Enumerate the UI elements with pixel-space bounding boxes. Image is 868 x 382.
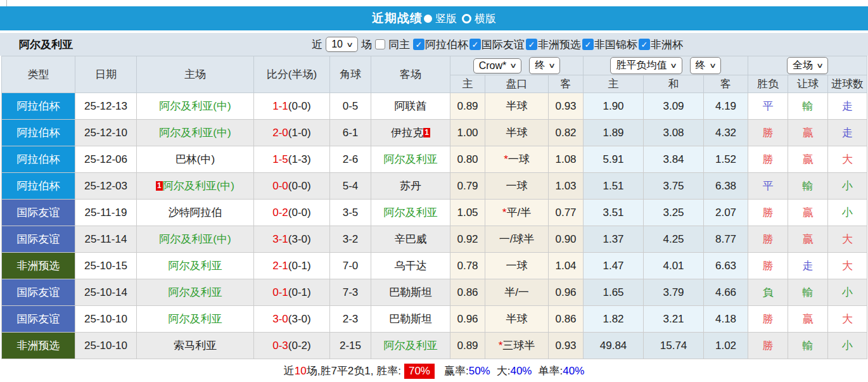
odds-home-cell: 1.05 xyxy=(450,200,485,226)
col-header-odds-home: 主 xyxy=(450,75,485,93)
avg-lose-cell: 1.52 xyxy=(704,146,748,173)
avg-type-select[interactable]: 胜平负均值∨ xyxy=(610,57,682,74)
layout-toggle-vertical[interactable]: 竖版 xyxy=(428,11,457,26)
away-team-cell[interactable]: 阿尔及利亚 xyxy=(371,333,450,359)
home-team-cell[interactable]: 索马利亚 xyxy=(137,333,254,359)
matches-label: 场 xyxy=(361,37,372,52)
corner-cell: 5-4 xyxy=(330,173,371,200)
home-team-cell[interactable]: 阿尔及利亚 xyxy=(137,253,254,279)
handicap-cell: *三球半 xyxy=(485,333,549,359)
layout-toggle-horizontal[interactable]: 横版 xyxy=(462,11,496,26)
table-row: 非洲预选25-10-10索马利亚0-3(0-2)2-15阿尔及利亚0.89*三球… xyxy=(2,333,867,359)
rank-badge: 1 xyxy=(423,128,430,137)
corner-cell: 3-5 xyxy=(330,200,371,226)
odds-company-select[interactable]: Crow*∨ xyxy=(473,58,522,73)
avg-time-select[interactable]: 终∨ xyxy=(690,57,721,74)
match-type-cell: 国际友谊 xyxy=(2,226,75,253)
away-team-cell[interactable]: 伊拉克1 xyxy=(371,120,450,146)
summary-record: 场,胜7平2负1, 胜率: xyxy=(307,364,401,378)
odds-away-cell: 0.77 xyxy=(549,200,584,226)
home-team-cell[interactable]: 1阿尔及利亚(中) xyxy=(137,173,254,200)
col-header-away: 客场 xyxy=(371,56,450,93)
handicap-cell: 一球 xyxy=(485,253,549,279)
scope-select[interactable]: 全场∨ xyxy=(787,57,828,74)
checkbox-checked-icon[interactable]: ✓ xyxy=(582,39,594,50)
avg-win-cell: 5.91 xyxy=(584,146,644,173)
result-handicap-cell: 贏 xyxy=(788,146,828,173)
match-type-cell: 国际友谊 xyxy=(2,200,75,226)
win-rate-badge: 70% xyxy=(404,364,435,379)
table-row: 国际友谊25-10-10阿尔及利亚3-0(3-0)2-3巴勒斯坦0.96半球0.… xyxy=(2,306,867,333)
table-row: 阿拉伯杯25-12-06巴林(中)1-5(1-3)2-6阿尔及利亚0.80*一球… xyxy=(2,146,867,173)
league-filter-label: 非国锦标 xyxy=(594,37,637,52)
home-team-cell[interactable]: 阿尔及利亚(中) xyxy=(137,93,254,120)
odds-home-cell: 0.86 xyxy=(450,279,485,306)
odds-home-cell: 1.00 xyxy=(450,120,485,146)
col-header-avg-win: 主 xyxy=(584,75,644,93)
table-row: 国际友谊25-11-19沙特阿拉伯0-2(0-0)3-5阿尔及利亚1.05*平/… xyxy=(2,200,867,226)
col-header-avg-lose: 客 xyxy=(704,75,748,93)
away-team-cell[interactable]: 苏丹 xyxy=(371,173,450,200)
match-date-cell: 25-10-10 xyxy=(75,333,137,359)
home-team-cell[interactable]: 巴林(中) xyxy=(137,146,254,173)
corner-cell: 6-1 xyxy=(330,120,371,146)
league-filters: ✓阿拉伯杯✓国际友谊✓非洲预选✓非国锦标✓非洲杯 xyxy=(413,37,683,52)
result-goals-cell: 大 xyxy=(828,226,867,253)
handicap-cell: 一球 xyxy=(485,173,549,200)
avg-lose-cell: 4.66 xyxy=(704,279,748,306)
result-handicap-cell: 贏 xyxy=(788,306,828,333)
league-filter[interactable]: ✓国际友谊 xyxy=(469,37,525,52)
avg-draw-cell: 3.25 xyxy=(644,200,704,226)
table-row: 阿拉伯杯25-12-031阿尔及利亚(中)0-0(0-0)5-4苏丹0.79一球… xyxy=(2,173,867,200)
handicap-cell: *平/半 xyxy=(485,200,549,226)
chevron-down-icon: ∨ xyxy=(816,61,824,70)
league-filter[interactable]: ✓非洲预选 xyxy=(526,37,581,52)
odds-away-cell: 1.03 xyxy=(549,173,584,200)
avg-draw-cell: 3.09 xyxy=(644,93,704,120)
away-team-cell[interactable]: 阿尔及利亚 xyxy=(371,146,450,173)
checkbox-checked-icon[interactable]: ✓ xyxy=(639,39,650,50)
league-filter[interactable]: ✓阿拉伯杯 xyxy=(413,37,468,52)
match-date-cell: 25-12-10 xyxy=(75,120,137,146)
away-team-cell[interactable]: 辛巴威 xyxy=(371,226,450,253)
col-header-wdl: 胜负 xyxy=(748,75,788,93)
away-team-cell[interactable]: 阿尔及利亚 xyxy=(371,200,450,226)
result-wdl-cell: 負 xyxy=(748,279,788,306)
odds-time-select[interactable]: 终∨ xyxy=(529,57,560,74)
win-pct-value: 50% xyxy=(469,365,490,378)
same-home-checkbox[interactable] xyxy=(375,39,385,49)
checkbox-checked-icon[interactable]: ✓ xyxy=(469,39,481,50)
league-filter[interactable]: ✓非洲杯 xyxy=(639,37,683,52)
away-team-cell[interactable]: 巴勒斯坦 xyxy=(371,279,450,306)
score-cell: 2-1(0-1) xyxy=(254,253,330,279)
match-type-cell: 非洲预选 xyxy=(2,253,75,279)
handicap-cell: 一/球半 xyxy=(485,226,549,253)
away-team-cell[interactable]: 阿联酋 xyxy=(371,93,450,120)
home-team-cell[interactable]: 阿尔及利亚(中) xyxy=(137,120,254,146)
home-team-cell[interactable]: 阿尔及利亚(中) xyxy=(137,226,254,253)
results-table: 类型 日期 主场 比分(半场) 角球 客场 Crow*∨ 终∨ 胜平负均值∨ 终… xyxy=(1,56,867,359)
away-team-cell[interactable]: 乌干达 xyxy=(371,253,450,279)
result-goals-cell: 小 xyxy=(828,333,867,359)
checkbox-checked-icon[interactable]: ✓ xyxy=(413,39,424,50)
home-team-cell[interactable]: 阿尔及利亚 xyxy=(137,306,254,333)
col-header-corner: 角球 xyxy=(330,56,371,93)
home-team-cell[interactable]: 阿尔及利亚 xyxy=(137,279,254,306)
radio-selected-icon[interactable] xyxy=(424,15,432,23)
away-team-cell[interactable]: 巴勒斯坦 xyxy=(371,306,450,333)
corner-cell: 7-3 xyxy=(330,279,371,306)
col-header-handicap: 盘口 xyxy=(485,75,549,93)
avg-draw-cell: 3.75 xyxy=(644,173,704,200)
chevron-down-icon: ∨ xyxy=(548,61,556,70)
home-team-cell[interactable]: 沙特阿拉伯 xyxy=(137,200,254,226)
radio-unselected-icon[interactable] xyxy=(462,14,471,23)
league-filter[interactable]: ✓非国锦标 xyxy=(582,37,637,52)
result-handicap-cell: 輸 xyxy=(788,93,828,120)
checkbox-checked-icon[interactable]: ✓ xyxy=(526,39,537,50)
chevron-down-icon: ∨ xyxy=(346,41,354,49)
match-type-cell: 国际友谊 xyxy=(2,306,75,333)
avg-lose-cell: 1.02 xyxy=(704,333,748,359)
score-cell: 0-1(0-1) xyxy=(254,279,330,306)
match-count-select[interactable]: 10∨ xyxy=(326,37,358,52)
result-handicap-cell: 贏 xyxy=(788,226,828,253)
